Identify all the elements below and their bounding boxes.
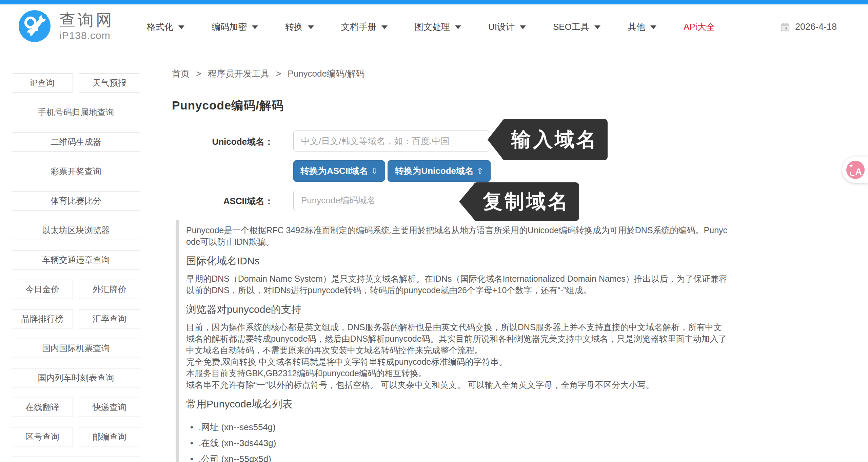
nav-item-api[interactable]: APi大全 [684,21,715,33]
sidebar-item-lottery[interactable]: 彩票开奖查询 [12,162,140,181]
chevron-down-icon [308,25,314,29]
sidebar-item-express-tracking[interactable]: 快递查询 [79,398,140,417]
breadcrumb-current: Punycode编码/解码 [288,68,364,79]
date-display: 2026-4-18 [780,4,837,49]
header: 查询网 iP138.com 格式化 编码加密 转换 文档手册 图文处理 UI设计 [0,4,868,49]
convert-buttons: 转换为ASCII域名 ⇩ 转换为Unicode域名 ⇧ [293,160,491,182]
main-nav: 格式化 编码加密 转换 文档手册 图文处理 UI设计 SEO工具 其他 [147,4,715,49]
nav-item-format[interactable]: 格式化 [147,21,184,33]
top-accent-bar [0,0,868,4]
logo-tools-icon [19,10,51,42]
convert-to-unicode-button[interactable]: 转换为Unicode域名 ⇧ [388,160,491,182]
sidebar-item-area-code[interactable]: 区号查询 [12,427,73,446]
sidebar-item-phone-location[interactable]: 手机号码归属地查询 [12,103,140,122]
browser-paragraph-4: 域名串不允许有除“一”以外的标点符号，包括空格。 可以夹杂中文和英文。 可以输入… [186,379,729,390]
sidebar-item-eth-explorer[interactable]: 以太坊区块浏览器 [12,221,140,240]
sidebar-item-brand-ranking[interactable]: 品牌排行榜 [12,309,73,328]
sidebar-item-qrcode[interactable]: 二维码生成器 [12,132,140,152]
punycode-description: Punycode是一个根据RFC 3492标准而制定的编码系统,主要用於把域名从… [176,220,729,462]
page-title: Punycode编码/解码 [172,98,284,114]
browser-paragraph-2: 完全免费,双向转换 中文域名转码就是将中文字符串转成punycode标准编码的字… [186,356,729,367]
sidebar-item-postal-code[interactable]: 邮编查询 [79,427,140,446]
section-heading-browser-support: 浏览器对punycode的支持 [186,303,729,317]
sidebar-item-exchange-rate[interactable]: 汇率查询 [79,309,140,328]
sidebar-item-forex-rate[interactable]: 外汇牌价 [79,280,140,299]
sidebar-item-gold-price[interactable]: 今日金价 [12,280,73,299]
site-domain: iP138.com [59,31,114,41]
main-content: 首页 > 程序员开发工具 > Punycode编码/解码 Punycode编码/… [172,49,868,462]
sidebar-item-id-verify[interactable]: 身份证号码查询验证 [12,457,140,462]
breadcrumb: 首页 > 程序员开发工具 > Punycode编码/解码 [172,68,364,80]
current-date: 2026-4-18 [795,22,837,32]
chevron-down-icon [178,25,184,29]
sidebar-item-traffic-violation[interactable]: 车辆交通违章查询 [12,250,140,269]
idns-paragraph: 早期的DNS（Domain Name System）是只支持英文域名解析。在ID… [186,273,729,296]
chevron-down-icon [594,25,600,29]
sidebar-tools: iP查询 天气预报 手机号码归属地查询 二维码生成器 彩票开奖查询 体育比赛比分… [0,49,152,462]
list-item: .网址 (xn--ses554g) [186,419,729,435]
ascii-domain-label: ASCII域名： [172,195,273,207]
down-arrow-icon: ⇩ [371,166,378,176]
sidebar-item-translate[interactable]: 在线翻译 [12,398,73,417]
site-logo[interactable]: 查询网 iP138.com [19,10,114,42]
unicode-domain-label: Unicode域名： [172,136,273,148]
nav-item-seo-tools[interactable]: SEO工具 [553,21,600,33]
nav-item-encode[interactable]: 编码加密 [212,21,258,33]
chevron-down-icon [520,25,526,29]
browser-paragraph-1: 目前，因为操作系统的核心都是英文组成，DNS服务器的解析也是由英文代码交换，所以… [186,321,729,356]
unicode-domain-input[interactable] [293,130,489,152]
calendar-icon [780,22,790,32]
list-item: .在线 (xn--3ds443g) [186,435,729,451]
breadcrumb-home[interactable]: 首页 [172,68,190,79]
translate-icon: ✦ A [846,161,865,179]
convert-to-ascii-button[interactable]: 转换为ASCII域名 ⇩ [293,160,385,182]
nav-item-ui-design[interactable]: UI设计 [488,21,526,33]
sidebar-item-sports-score[interactable]: 体育比赛比分 [12,191,140,210]
sidebar-item-train-schedule[interactable]: 国内列车时刻表查询 [12,368,140,387]
chevron-down-icon [381,25,388,29]
sidebar-item-flight-search[interactable]: 国内国际机票查询 [12,339,140,358]
nav-item-convert[interactable]: 转换 [285,21,314,33]
chevron-down-icon [650,25,656,29]
callout-input-domain: 输入域名 [502,119,608,160]
chevron-down-icon [252,25,258,29]
section-heading-common-list: 常用Punycode域名列表 [186,397,729,411]
breadcrumb-dev-tools[interactable]: 程序员开发工具 [208,68,270,79]
punycode-domain-list: .网址 (xn--ses554g) .在线 (xn--3ds443g) .公司 … [186,419,729,462]
sidebar-item-ip-lookup[interactable]: iP查询 [12,73,73,93]
chevron-down-icon [455,25,461,29]
nav-item-other[interactable]: 其他 [628,21,656,33]
browser-paragraph-3: 本服务目前支持GBK,GB2312编码和punycode编码的相互转换。 [186,367,729,379]
site-name: 查询网 [59,12,114,28]
nav-item-image-text[interactable]: 图文处理 [415,21,461,33]
list-item: .公司 (xn--55qx5d) [186,451,729,462]
translate-floating-button[interactable]: ✦ A [842,157,868,183]
callout-copy-domain: 复制域名 [473,182,579,221]
up-arrow-icon: ⇧ [477,166,484,176]
intro-paragraph: Punycode是一个根据RFC 3492标准而制定的编码系统,主要用於把域名从… [186,224,729,247]
nav-item-docs[interactable]: 文档手册 [341,21,388,33]
sidebar-item-weather[interactable]: 天气预报 [79,73,140,93]
section-heading-idns: 国际化域名IDNs [186,254,729,268]
